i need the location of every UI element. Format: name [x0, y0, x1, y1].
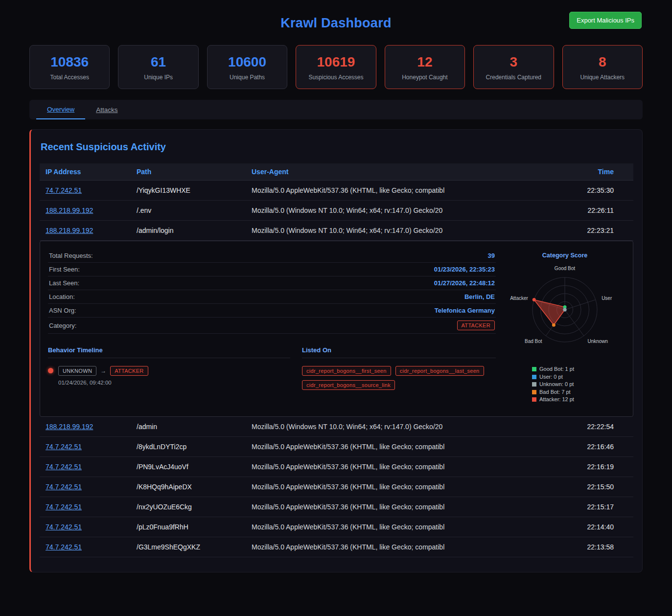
svg-text:Bad Bot: Bad Bot — [525, 339, 542, 344]
table-row[interactable]: 188.218.99.192/adminMozilla/5.0 (Windows… — [40, 417, 633, 437]
listed-on-badge[interactable]: cidr_report_bogons__last_seen — [395, 366, 484, 376]
detail-field-value: Telefonica Germany — [435, 307, 495, 314]
detail-field: ASN Org:Telefonica Germany — [48, 304, 496, 318]
ip-cell: 74.7.242.51 — [40, 500, 131, 514]
page-title: Krawl Dashboard — [280, 16, 392, 31]
detail-field-category: Category: ATTACKER — [48, 318, 496, 334]
legend-label: Attacker: 12 pt — [539, 396, 574, 404]
col-header-path: Path — [131, 165, 246, 179]
section-title: Recent Suspicious Activity — [41, 141, 632, 153]
suspicious-activity-panel: Recent Suspicious Activity IP Address Pa… — [29, 129, 643, 572]
listed-on-badge[interactable]: cidr_report_bogons__first_seen — [302, 366, 391, 376]
radar-legend: Good Bot: 1 ptUser: 0 ptUnknown: 0 ptBad… — [532, 365, 574, 404]
timeline-from-badge: UNKNOWN — [58, 366, 96, 376]
table-row[interactable]: 74.7.242.51/PN9LvAcJ4uoVfMozilla/5.0 App… — [40, 457, 633, 477]
ip-link[interactable]: 74.7.242.51 — [46, 483, 82, 491]
stat-card-unique-paths: 10600Unique Paths — [207, 45, 287, 89]
user-agent-cell: Mozilla/5.0 AppleWebKit/537.36 (KHTML, l… — [246, 540, 550, 554]
table-row[interactable]: 74.7.242.51/YiqykGI13WHXEMozilla/5.0 App… — [40, 181, 633, 201]
ip-link[interactable]: 74.7.242.51 — [46, 463, 82, 471]
stat-value: 3 — [477, 54, 550, 70]
path-cell: /PN9LvAcJ4uoVf — [131, 460, 246, 474]
table-row[interactable]: 74.7.242.51/K8HQq9hAipeDXMozilla/5.0 App… — [40, 477, 633, 497]
ip-link[interactable]: 74.7.242.51 — [46, 523, 82, 531]
user-agent-cell: Mozilla/5.0 AppleWebKit/537.36 (KHTML, l… — [246, 520, 550, 534]
time-cell: 22:16:46 — [550, 440, 633, 454]
time-cell: 22:23:21 — [550, 224, 633, 237]
table-row[interactable]: 74.7.242.51/pLz0Fnua9fRhHMozilla/5.0 App… — [40, 517, 633, 537]
table-row[interactable]: 188.218.99.192/admin/loginMozilla/5.0 (W… — [40, 221, 633, 241]
ip-link[interactable]: 74.7.242.51 — [46, 443, 82, 451]
detail-field-value: 01/27/2026, 22:48:12 — [434, 279, 495, 287]
time-cell: 22:35:30 — [550, 183, 633, 197]
stats-row: 10836Total Accesses61Unique IPs10600Uniq… — [29, 45, 643, 89]
detail-field-label: Total Requests: — [49, 252, 93, 259]
stat-card-suspicious-accesses: 10619Suspicious Accesses — [296, 45, 376, 89]
detail-field: Total Requests:39 — [48, 249, 496, 263]
timeline-to-badge: ATTACKER — [110, 366, 148, 376]
ip-link[interactable]: 74.7.242.51 — [46, 543, 82, 551]
detail-field-label: First Seen: — [49, 266, 80, 273]
legend-label: Good Bot: 1 pt — [539, 365, 574, 373]
svg-text:User: User — [602, 296, 612, 301]
table-header-row: IP Address Path User-Agent Time — [40, 163, 633, 181]
legend-item: Attacker: 12 pt — [532, 396, 574, 404]
stat-value: 8 — [566, 54, 639, 70]
rows-before: 74.7.242.51/YiqykGI13WHXEMozilla/5.0 App… — [40, 181, 633, 241]
ip-cell: 188.218.99.192 — [40, 224, 131, 237]
legend-label: Bad Bot: 7 pt — [539, 388, 571, 396]
ip-cell: 74.7.242.51 — [40, 183, 131, 197]
user-agent-cell: Mozilla/5.0 AppleWebKit/537.36 (KHTML, l… — [246, 480, 550, 494]
stat-value: 10836 — [33, 54, 106, 70]
detail-field-label: ASN Org: — [49, 307, 76, 314]
table-row[interactable]: 74.7.242.51/8ykdLnDYTi2cpMozilla/5.0 App… — [40, 437, 633, 457]
ip-cell: 74.7.242.51 — [40, 460, 131, 474]
stat-label: Honeypot Caught — [388, 74, 462, 81]
tab-attacks[interactable]: Attacks — [85, 100, 128, 119]
ip-link[interactable]: 74.7.242.51 — [46, 503, 82, 511]
stat-card-honeypot-caught: 12Honeypot Caught — [385, 45, 465, 89]
user-agent-cell: Mozilla/5.0 AppleWebKit/537.36 (KHTML, l… — [246, 500, 550, 514]
radar-title: Category Score — [542, 252, 587, 259]
col-header-time: Time — [550, 165, 633, 179]
stat-label: Unique IPs — [121, 74, 195, 81]
stat-card-unique-attackers: 8Unique Attackers — [562, 45, 643, 89]
timeline-timestamp: 01/24/2026, 09:42:00 — [58, 380, 148, 386]
ip-link[interactable]: 188.218.99.192 — [46, 227, 93, 234]
time-cell: 22:15:50 — [550, 480, 633, 494]
ip-link[interactable]: 74.7.242.51 — [46, 186, 82, 194]
detail-bottom: Behavior Timeline UNKNOWN → ATTACKER — [48, 346, 496, 390]
path-cell: /nx2yUOZuE6Ckg — [131, 500, 246, 514]
table-row[interactable]: 74.7.242.51/nx2yUOZuE6CkgMozilla/5.0 App… — [40, 497, 633, 517]
table-row[interactable]: 74.7.242.51/G3Lme9ShEQgXKZMozilla/5.0 Ap… — [40, 537, 633, 557]
behavior-timeline-title: Behavior Timeline — [48, 346, 290, 358]
detail-field-value: 39 — [488, 252, 495, 259]
table-row[interactable]: 188.218.99.192/.envMozilla/5.0 (Windows … — [40, 201, 633, 221]
export-malicious-ips-button[interactable]: Export Malicious IPs — [569, 12, 642, 29]
legend-label: Unknown: 0 pt — [539, 381, 574, 388]
time-cell: 22:22:54 — [550, 420, 633, 433]
behavior-timeline: Behavior Timeline UNKNOWN → ATTACKER — [48, 346, 290, 390]
ip-cell: 188.218.99.192 — [40, 204, 131, 217]
ip-link[interactable]: 188.218.99.192 — [46, 423, 93, 431]
arrow-right-icon: → — [100, 367, 106, 374]
stat-value: 10600 — [210, 54, 284, 70]
tab-overview[interactable]: Overview — [36, 100, 85, 119]
svg-text:Unknown: Unknown — [587, 339, 608, 344]
listed-on-badge[interactable]: cidr_report_bogons__source_link — [302, 380, 395, 390]
time-cell: 22:15:17 — [550, 500, 633, 514]
timeline-item: UNKNOWN → ATTACKER 01/24/2026, 09:42:00 — [48, 366, 290, 386]
ip-cell: 74.7.242.51 — [40, 440, 131, 454]
stat-label: Suspicious Accesses — [299, 74, 372, 81]
svg-text:Good Bot: Good Bot — [555, 266, 575, 271]
legend-swatch — [532, 390, 536, 394]
stat-value: 12 — [388, 54, 462, 70]
stat-label: Credentials Captured — [477, 74, 550, 81]
svg-text:Attacker: Attacker — [510, 296, 528, 301]
listed-on-badges: cidr_report_bogons__first_seencidr_repor… — [302, 366, 496, 390]
stat-label: Unique Paths — [210, 74, 284, 81]
path-cell: /.env — [131, 204, 246, 217]
ip-cell: 74.7.242.51 — [40, 540, 131, 554]
header: Krawl Dashboard Export Malicious IPs — [29, 9, 643, 37]
ip-link[interactable]: 188.218.99.192 — [46, 206, 93, 214]
